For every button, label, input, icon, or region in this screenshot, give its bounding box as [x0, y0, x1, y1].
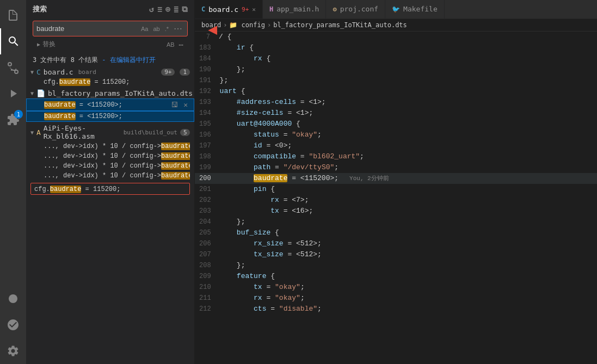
match-asm-3[interactable]: ..., dev->idx) * 10 / config->baudrate +… — [26, 161, 194, 171]
tab-bar: C board.c 9+ ✕ H app_main.h ⚙ proj.conf … — [195, 0, 597, 19]
tab-board-c[interactable]: C board.c 9+ ✕ — [195, 0, 263, 18]
tab-icon-mk: 🐦 — [392, 5, 400, 13]
file-header-board[interactable]: ▼ C board.c board 9+ 1 — [26, 67, 194, 77]
file-group-dts: ▼ 📄 bl_factory_params_IoTKitA_auto.dts b… — [26, 88, 194, 122]
source-control-activity-icon[interactable] — [0, 54, 26, 81]
match-asm-4[interactable]: ..., dev->idx) * 10 / config->baudrate +… — [26, 171, 194, 181]
extensions-badge: 1 — [14, 110, 23, 119]
code-line-204: 204 }; — [195, 217, 597, 227]
dts-file-icon: 📄 — [36, 89, 45, 97]
code-line-198: 198 compatible = "bl602_uart"; — [195, 151, 597, 162]
line-num-203: 203 — [199, 206, 220, 217]
code-line-199: 199 path = "/dev/ttyS0"; — [195, 162, 597, 173]
more-search-btn[interactable]: ⋯ — [172, 23, 184, 34]
settings-activity-icon[interactable] — [0, 338, 26, 364]
file-group-board: ▼ C board.c board 9+ 1 cfg.baudrate = 11… — [26, 67, 194, 87]
line-num-183: 183 — [199, 43, 220, 53]
line-num-197: 197 — [199, 141, 220, 151]
code-line-206: 206 rx_size = <512>; — [195, 238, 597, 249]
match-text-dts-2: baudrate = <115200>; — [44, 113, 189, 120]
clear-icon[interactable]: ≡ — [157, 4, 162, 14]
tab-makefile[interactable]: 🐦 Makefile — [385, 0, 445, 18]
match-dts-1[interactable]: baudrate = <115200>; 🖫 ✕ — [26, 98, 194, 111]
file-result-count-board: 1 — [180, 69, 190, 76]
file-header-dts[interactable]: ▼ 📄 bl_factory_params_IoTKitA_auto.dts b… — [26, 88, 194, 98]
file-chevron-board: ▼ — [30, 69, 34, 75]
sidebar: 搜索 ↺ ≡ ⊕ ≣ ⧉ Aa ab .* ⋯ ◀ ▶ 替换 AB ⋯ — [26, 0, 195, 364]
tab-proj-conf[interactable]: ⚙ proj.conf — [326, 0, 385, 18]
match-text-dts-1: baudrate = <115200>; — [44, 101, 169, 109]
file-badge-asm: 5 — [180, 129, 190, 136]
search-input[interactable] — [36, 24, 139, 33]
line-num-210: 210 — [199, 282, 220, 293]
refresh-icon[interactable]: ↺ — [149, 4, 154, 14]
line-num-199: 199 — [199, 163, 220, 173]
use-regex-btn[interactable]: .* — [163, 25, 170, 33]
search-activity-icon[interactable] — [0, 28, 26, 54]
replace-match-icon[interactable]: 🖫 — [169, 100, 180, 109]
match-text-board-1: cfg.baudrate = 115200; — [44, 78, 190, 86]
file-path-board: board — [78, 69, 96, 76]
file-path-asm: build\build_out — [124, 129, 177, 136]
extensions-activity-icon[interactable]: 1 — [0, 107, 26, 133]
file-name-asm: AiPi-Eyes-Rx_bl616.asm — [44, 124, 119, 140]
open-in-editor-link[interactable]: - 在编辑器中打开 — [102, 56, 155, 64]
code-line-184: 184 rx { — [195, 53, 597, 64]
line-num-192: 192 — [199, 87, 220, 97]
breadcrumb-board[interactable]: board — [201, 21, 221, 29]
breadcrumb-sep-1: › — [223, 21, 227, 29]
activity-bar: 1 — [0, 0, 26, 364]
match-text-asm-3: ..., dev->idx) * 10 / config->baudrate +… — [44, 162, 190, 170]
search-flags: Aa ab .* ⋯ — [139, 23, 184, 34]
line-num-202: 202 — [199, 195, 220, 206]
run-activity-icon[interactable] — [0, 81, 26, 107]
preserve-case-btn[interactable]: AB — [164, 41, 177, 48]
file-group-asm: ▼ A AiPi-Eyes-Rx_bl616.asm build\build_o… — [26, 123, 194, 181]
sidebar-title: 搜索 — [33, 4, 47, 14]
tab-label-board-c: board.c — [208, 5, 238, 14]
breadcrumb-config[interactable]: 📁 config — [229, 21, 265, 29]
expand-icon[interactable]: ≣ — [174, 4, 179, 14]
line-num-205: 205 — [199, 228, 220, 238]
line-num-194: 194 — [199, 108, 220, 119]
remote-icon[interactable] — [0, 312, 26, 338]
line-num-7: 7 — [199, 32, 219, 42]
file-name-dts: bl_factory_params_IoTKitA_auto.dts — [48, 89, 193, 97]
file-header-asm[interactable]: ▼ A AiPi-Eyes-Rx_bl616.asm build\build_o… — [26, 123, 194, 141]
sidebar-header: 搜索 ↺ ≡ ⊕ ≣ ⧉ — [26, 0, 194, 18]
code-line-7: 7 / { — [195, 32, 597, 42]
line-num-196: 196 — [199, 130, 220, 140]
breadcrumb-file[interactable]: bl_factory_params_IoTKitA_auto.dts — [273, 21, 407, 29]
match-asm-1[interactable]: ..., dev->idx) * 10 / config->baudrate +… — [26, 141, 194, 151]
line-num-206: 206 — [199, 239, 220, 249]
collapse-icon[interactable]: ⊕ — [165, 4, 170, 14]
file-chevron-dts: ▼ — [30, 90, 34, 96]
code-editor[interactable]: 7 / { 183 ir { 184 rx { 190 }; 191 }; 19… — [195, 32, 597, 364]
code-line-197: 197 id = <0>; — [195, 140, 597, 151]
file-name-board: board.c — [44, 68, 73, 76]
match-dts-2[interactable]: baudrate = <115200>; — [26, 111, 194, 122]
line-num-204: 204 — [199, 217, 220, 227]
file-chevron-asm: ▼ — [30, 129, 34, 135]
code-line-208: 208 }; — [195, 260, 597, 271]
more-replace-btn[interactable]: ⋯ — [179, 40, 183, 49]
dismiss-match-icon[interactable]: ✕ — [182, 100, 189, 109]
line-num-190: 190 — [199, 65, 220, 75]
tab-close-board-c[interactable]: ✕ — [252, 6, 256, 13]
line-num-212: 212 — [199, 304, 220, 314]
match-asm-2[interactable]: ..., dev->idx) * 10 / config->baudrate +… — [26, 151, 194, 161]
line-num-209: 209 — [199, 272, 220, 282]
files-activity-icon[interactable] — [0, 2, 26, 28]
code-line-183: 183 ir { — [195, 42, 597, 53]
line-num-193: 193 — [199, 97, 220, 108]
line-num-184: 184 — [199, 54, 220, 64]
view-as-icon[interactable]: ⧉ — [182, 4, 188, 14]
last-match-row[interactable]: cfg.baudrate = 115200; — [30, 183, 190, 195]
tab-app-main-h[interactable]: H app_main.h — [263, 0, 327, 18]
search-toggle-row[interactable]: ▶ 替换 AB ⋯ — [33, 39, 188, 50]
match-word-btn[interactable]: ab — [151, 25, 161, 33]
match-case-btn[interactable]: Aa — [139, 25, 150, 33]
python-icon[interactable] — [0, 286, 26, 312]
match-board-1[interactable]: cfg.baudrate = 115200; — [26, 77, 194, 87]
search-area: Aa ab .* ⋯ ◀ ▶ 替换 AB ⋯ — [26, 18, 194, 53]
